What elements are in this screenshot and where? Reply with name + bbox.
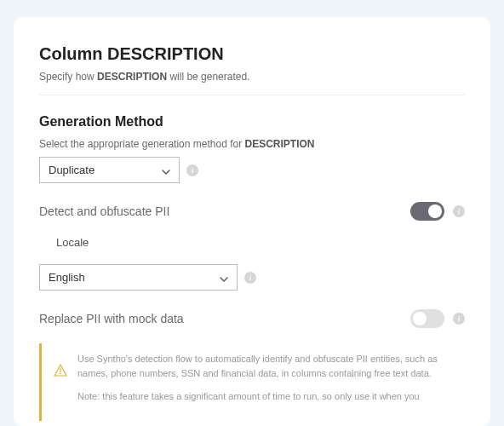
info-icon[interactable]: i [453, 313, 465, 325]
generation-method-select[interactable]: Duplicate [39, 157, 180, 183]
notice-text: Use Syntho's detection flow to automatic… [77, 352, 453, 412]
locale-value: English [49, 271, 85, 284]
chevron-down-icon [162, 166, 170, 175]
detect-pii-label: Detect and obfuscate PII [39, 204, 169, 218]
locale-row: English i [39, 264, 465, 291]
locale-select[interactable]: English [39, 264, 238, 291]
panel-subtitle: Specify how DESCRIPTION will be generate… [39, 71, 465, 83]
panel-title: Column DESCRIPTION [39, 44, 465, 64]
generation-method-row: Duplicate i [39, 157, 465, 183]
generation-method-value: Duplicate [49, 164, 94, 176]
warning-icon [54, 364, 67, 381]
detect-pii-row: Detect and obfuscate PII i [39, 202, 465, 221]
chevron-down-icon [220, 273, 228, 282]
generation-method-heading: Generation Method [39, 114, 465, 130]
svg-point-1 [60, 373, 61, 375]
replace-pii-row: Replace PII with mock data i [39, 309, 465, 328]
detect-pii-toggle[interactable] [410, 202, 444, 221]
info-icon[interactable]: i [453, 205, 465, 217]
locale-label: Locale [56, 236, 465, 249]
config-panel: Column DESCRIPTION Specify how DESCRIPTI… [14, 17, 490, 426]
generation-method-helper: Select the appropriate generation method… [39, 138, 465, 150]
warning-notice: Use Syntho's detection flow to automatic… [39, 343, 465, 421]
divider [39, 95, 465, 95]
info-icon[interactable]: i [186, 164, 198, 176]
info-icon[interactable]: i [244, 272, 256, 284]
replace-pii-toggle[interactable] [410, 309, 444, 328]
replace-pii-label: Replace PII with mock data [39, 312, 184, 325]
